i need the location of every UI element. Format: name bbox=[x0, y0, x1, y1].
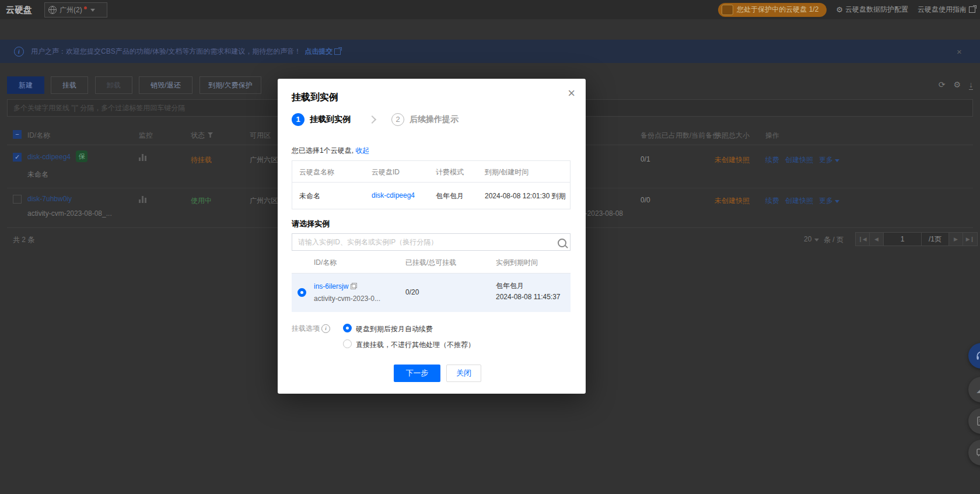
total-pages: /1页 bbox=[921, 232, 949, 246]
region-notification-dot bbox=[84, 6, 87, 9]
auto-renew-label: 硬盘到期后按月自动续费 bbox=[356, 324, 433, 334]
col-backup: 备份点已占用数/当前备份... bbox=[640, 131, 725, 141]
search-icon[interactable] bbox=[558, 239, 566, 247]
direct-attach-label: 直接挂载，不进行其他处理（不推荐） bbox=[356, 340, 475, 350]
disk-id-link[interactable]: disk-cdipeeg4 bbox=[372, 191, 415, 199]
snapshot-status: 未创建快照 bbox=[715, 196, 750, 206]
survey-button[interactable] bbox=[968, 408, 980, 434]
page-title: 云硬盘 bbox=[6, 0, 32, 19]
chevron-down-icon bbox=[814, 239, 819, 241]
region-label: 广州(2) bbox=[60, 5, 82, 15]
row-checkbox[interactable] bbox=[13, 195, 22, 204]
monitor-chart-icon[interactable] bbox=[139, 154, 146, 161]
copy-icon[interactable] bbox=[351, 283, 357, 289]
zone-label: 广州六区 bbox=[250, 155, 278, 165]
backup-count: 0/0 bbox=[640, 196, 650, 204]
info-icon bbox=[14, 47, 24, 57]
protect-badge-icon bbox=[722, 5, 733, 15]
info-icon[interactable] bbox=[321, 324, 330, 333]
close-button[interactable]: 关闭 bbox=[446, 365, 481, 382]
more-link[interactable]: 更多 bbox=[819, 196, 839, 206]
chevron-down-icon bbox=[835, 159, 839, 162]
monitor-chart-icon[interactable] bbox=[139, 196, 146, 203]
submit-feedback-link[interactable]: 点击提交 bbox=[304, 47, 341, 57]
region-selector[interactable]: 广州(2) bbox=[44, 2, 107, 17]
instance-table-header: ID/名称 已挂载/总可挂载 实例到期时间 bbox=[292, 251, 570, 274]
create-snapshot-link[interactable]: 创建快照 bbox=[785, 155, 813, 165]
cloud-shortcut-button[interactable] bbox=[968, 377, 980, 402]
select-instance-label: 请选择实例 bbox=[292, 219, 330, 229]
attach-to-instance-dialog: 挂载到实例 1 挂载到实例 2 后续操作提示 您已选择1个云硬盘, 收起 云硬盘… bbox=[278, 79, 586, 394]
renew-link[interactable]: 续费 bbox=[765, 155, 779, 165]
per-page-label: 条 / 页 bbox=[824, 235, 844, 245]
headset-icon bbox=[975, 350, 980, 362]
more-link[interactable]: 更多 bbox=[819, 155, 839, 165]
last-page-button[interactable] bbox=[963, 232, 978, 246]
status-badge: 使用中 bbox=[191, 196, 212, 206]
feedback-icon bbox=[977, 448, 980, 457]
col-id: ID/名称 bbox=[27, 131, 50, 141]
column-settings-icon[interactable] bbox=[953, 80, 961, 90]
create-button[interactable]: 新建 bbox=[7, 76, 44, 94]
col-snapshot: 快照总大小 bbox=[715, 131, 750, 141]
current-page[interactable]: 1 bbox=[883, 232, 922, 246]
attach-options-label: 挂载选项 bbox=[292, 324, 330, 334]
attach-button[interactable]: 挂载 bbox=[51, 76, 88, 94]
disk-table-row: 未命名 disk-cdipeeg4 包年包月 2024-08-08 12:01:… bbox=[292, 183, 570, 209]
backup-count: 0/1 bbox=[640, 155, 650, 163]
next-page-button[interactable] bbox=[949, 232, 963, 246]
instance-radio[interactable] bbox=[298, 288, 306, 297]
banner-text: 用户之声：欢迎您提交CBS产品的功能/体验/文档等方面的需求和建议，期待您的声音… bbox=[31, 47, 301, 57]
renew-link[interactable]: 续费 bbox=[765, 196, 779, 206]
external-link-icon bbox=[969, 6, 975, 13]
disk-id-link[interactable]: disk-cdipeeg4 bbox=[27, 153, 71, 161]
support-button[interactable] bbox=[968, 343, 980, 369]
filter-funnel-icon[interactable] bbox=[208, 132, 213, 138]
usage-guide-link[interactable]: 云硬盘使用指南 bbox=[918, 5, 975, 15]
table-tool-icons bbox=[939, 80, 973, 90]
selection-summary: 您已选择1个云硬盘, 收起 bbox=[292, 146, 369, 156]
row-checkbox[interactable] bbox=[13, 153, 22, 162]
prev-page-button[interactable] bbox=[869, 232, 884, 246]
first-page-button[interactable] bbox=[855, 232, 870, 246]
banner-close-icon[interactable] bbox=[957, 47, 962, 57]
expire-protect-button[interactable]: 到期/欠费保护 bbox=[200, 76, 261, 94]
instance-name: activity-cvm-2023-0... bbox=[314, 295, 380, 303]
billing-mode: 包年包月 bbox=[436, 191, 464, 201]
collapse-link[interactable]: 收起 bbox=[355, 146, 369, 155]
data-protect-config-link[interactable]: 云硬盘数据防护配置 bbox=[836, 5, 908, 15]
snapshot-status: 未创建快照 bbox=[715, 155, 750, 165]
auto-renew-radio[interactable] bbox=[343, 324, 352, 332]
topbar-right: 您处于保护中的云硬盘 1/2 云硬盘数据防护配置 云硬盘使用指南 bbox=[718, 0, 975, 19]
gear-icon bbox=[836, 5, 843, 14]
protected-disks-badge[interactable]: 您处于保护中的云硬盘 1/2 bbox=[718, 3, 827, 17]
protected-disks-label: 您处于保护中的云硬盘 1/2 bbox=[737, 5, 818, 15]
chevron-right-icon bbox=[368, 115, 376, 124]
row-operations: 续费 创建快照 更多 bbox=[765, 196, 839, 206]
notice-banner: 用户之声：欢迎您提交CBS产品的功能/体验/文档等方面的需求和建议，期待您的声音… bbox=[0, 40, 980, 63]
download-icon[interactable] bbox=[969, 80, 973, 90]
step-1-label: 挂载到实例 bbox=[310, 114, 351, 125]
disk-name: 未命名 bbox=[27, 170, 48, 180]
col-zone: 可用区 bbox=[250, 131, 271, 141]
disk-name: activity-cvm-2023-08-08_... bbox=[27, 209, 112, 218]
page-size-select[interactable]: 20 bbox=[804, 235, 819, 243]
direct-attach-radio[interactable] bbox=[343, 339, 352, 348]
total-count: 共 2 条 bbox=[13, 235, 34, 245]
dialog-close-icon[interactable] bbox=[568, 86, 575, 101]
refresh-icon[interactable] bbox=[939, 80, 946, 90]
disk-id-link[interactable]: disk-7uhbw0iy bbox=[27, 195, 72, 203]
cloud-icon bbox=[976, 383, 980, 396]
disk-name: 未命名 bbox=[299, 191, 320, 201]
select-all-checkbox[interactable] bbox=[13, 130, 22, 139]
instance-search-input[interactable] bbox=[292, 233, 570, 251]
destroy-button[interactable]: 销毁/退还 bbox=[139, 76, 192, 94]
next-step-button[interactable]: 下一步 bbox=[394, 365, 440, 382]
instance-id-link[interactable]: ins-6ilersjw bbox=[314, 282, 357, 290]
chevron-down-icon bbox=[90, 9, 95, 12]
instance-row[interactable]: ins-6ilersjw activity-cvm-2023-0... 0/20… bbox=[292, 274, 570, 312]
create-snapshot-link[interactable]: 创建快照 bbox=[785, 196, 813, 206]
feedback-button[interactable] bbox=[968, 440, 980, 465]
protected-badge: 保 bbox=[76, 150, 88, 162]
expire-time: 2024-08-08 12:01:30 到期 bbox=[485, 191, 566, 201]
